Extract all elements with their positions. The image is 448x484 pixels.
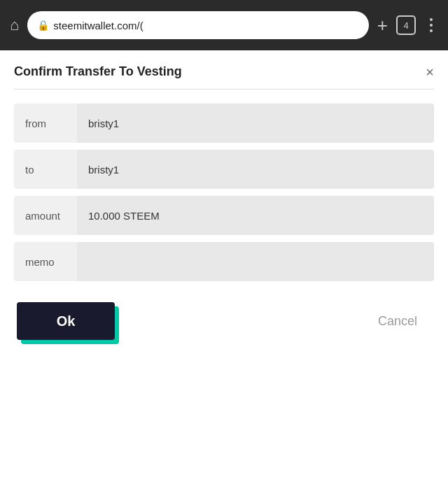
to-label: to (14, 164, 77, 176)
add-tab-icon[interactable]: + (377, 15, 388, 36)
browser-menu-icon[interactable] (424, 18, 438, 32)
cancel-button[interactable]: Cancel (364, 307, 431, 336)
amount-label: amount (14, 210, 77, 222)
from-row: from bristy1 (14, 104, 434, 143)
address-text: steemitwallet.com/( (53, 20, 143, 31)
address-bar[interactable]: 🔒 steemitwallet.com/( (27, 11, 369, 39)
modal-header: Confirm Transfer To Vesting × (14, 64, 434, 79)
modal-divider (14, 89, 434, 90)
modal-title: Confirm Transfer To Vesting (14, 64, 182, 79)
from-label: from (14, 118, 77, 129)
memo-label: memo (14, 256, 77, 268)
memo-value (77, 242, 434, 281)
memo-row: memo (14, 242, 434, 281)
amount-value: 10.000 STEEM (77, 196, 434, 235)
button-row: Ok Cancel (14, 302, 434, 340)
from-value: bristy1 (77, 104, 434, 143)
to-row: to bristy1 (14, 150, 434, 189)
to-value: bristy1 (77, 150, 434, 189)
home-icon[interactable]: ⌂ (10, 16, 19, 34)
modal-container: Confirm Transfer To Vesting × from brist… (0, 50, 448, 361)
browser-chrome: ⌂ 🔒 steemitwallet.com/( + 4 (0, 0, 448, 50)
tabs-badge[interactable]: 4 (396, 15, 416, 35)
ok-button[interactable]: Ok (17, 302, 115, 340)
lock-icon: 🔒 (37, 20, 49, 31)
amount-row: amount 10.000 STEEM (14, 196, 434, 235)
close-icon[interactable]: × (426, 65, 434, 79)
ok-button-wrapper: Ok (17, 302, 115, 340)
